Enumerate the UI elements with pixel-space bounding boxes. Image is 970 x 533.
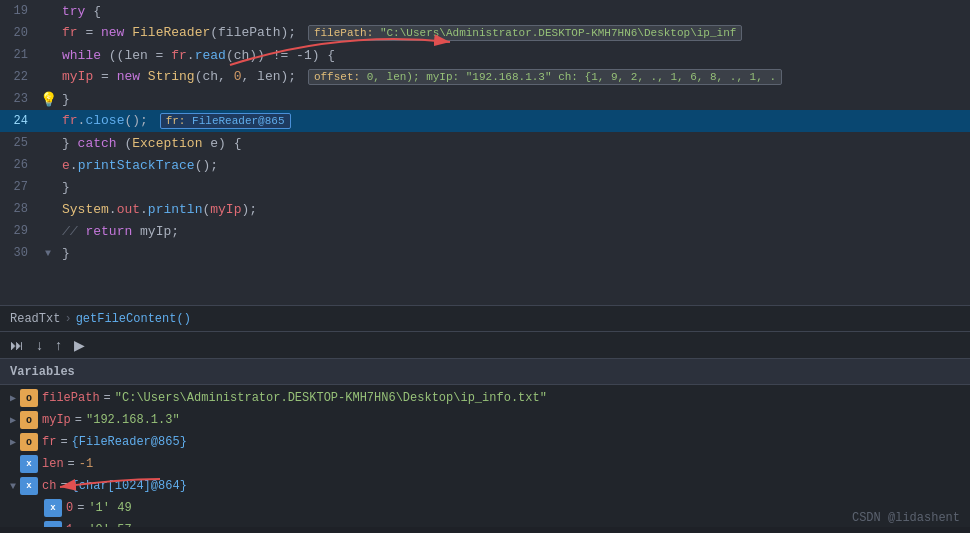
var-icon-ch: x	[20, 477, 38, 495]
code-line-29: 29 // return myIp;	[0, 220, 970, 242]
var-row-filepath[interactable]: ▶ o filePath = "C:\Users\Administrator.D…	[0, 387, 970, 409]
variables-title: Variables	[10, 365, 75, 379]
code-line-27: 27 }	[0, 176, 970, 198]
code-line-30: 30 ▼ }	[0, 242, 970, 264]
variables-list: ▶ o filePath = "C:\Users\Administrator.D…	[0, 385, 970, 527]
code-line-24: 24 fr.close(); fr: FileReader@865	[0, 110, 970, 132]
breadcrumb-method: getFileContent()	[76, 312, 191, 326]
breadcrumb-class: ReadTxt	[10, 312, 60, 326]
toolbar-btn-2[interactable]: ↓	[32, 335, 47, 355]
code-editor: 19 try { 20 fr = new FileReader(filePath…	[0, 0, 970, 305]
var-row-len[interactable]: x len = -1	[0, 453, 970, 475]
code-line-25: 25 } catch (Exception e) {	[0, 132, 970, 154]
watermark: CSDN @lidashent	[852, 511, 960, 525]
var-icon-len: x	[20, 455, 38, 473]
debug-panel: Variables ▶ o filePath = "C:\Users\Admin…	[0, 359, 970, 527]
code-line-28: 28 System.out.println(myIp);	[0, 198, 970, 220]
breadcrumb-bar: ReadTxt › getFileContent()	[0, 305, 970, 331]
code-line-26: 26 e.printStackTrace();	[0, 154, 970, 176]
toolbar-btn-3[interactable]: ↑	[51, 335, 66, 355]
code-line-20: 20 fr = new FileReader(filePath); filePa…	[0, 22, 970, 44]
collapse-icon: ▼	[45, 248, 51, 259]
toolbar-btn-1[interactable]: ⏭	[6, 335, 28, 355]
var-row-myip[interactable]: ▶ o myIp = "192.168.1.3"	[0, 409, 970, 431]
code-lines: 19 try { 20 fr = new FileReader(filePath…	[0, 0, 970, 264]
var-row-ch-1[interactable]: x 1 = '9' 57	[0, 519, 970, 527]
code-line-19: 19 try {	[0, 0, 970, 22]
var-row-ch-0[interactable]: x 0 = '1' 49	[0, 497, 970, 519]
var-icon-ch-1: x	[44, 521, 62, 527]
var-icon-fr: o	[20, 433, 38, 451]
var-row-ch[interactable]: ▼ x ch = {char[1024]@864}	[0, 475, 970, 497]
var-icon-filepath: o	[20, 389, 38, 407]
var-icon-myip: o	[20, 411, 38, 429]
debug-toolbar: ⏭ ↓ ↑ ▶	[0, 331, 970, 359]
bulb-icon: 💡	[40, 91, 57, 108]
var-row-fr[interactable]: ▶ o fr = {FileReader@865}	[0, 431, 970, 453]
debug-panel-header: Variables	[0, 359, 970, 385]
var-icon-ch-0: x	[44, 499, 62, 517]
toolbar-btn-4[interactable]: ▶	[70, 335, 89, 355]
code-line-21: 21 while ((len = fr.read(ch)) != -1) {	[0, 44, 970, 66]
code-line-22: 22 myIp = new String(ch, 0, len); offset…	[0, 66, 970, 88]
code-line-23: 23 💡 }	[0, 88, 970, 110]
